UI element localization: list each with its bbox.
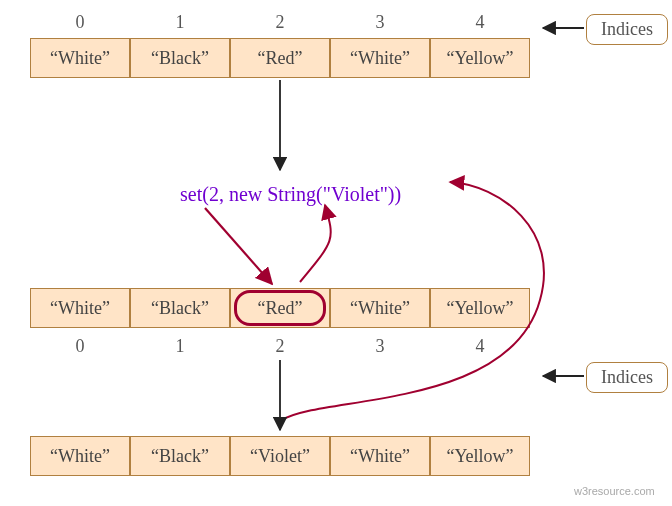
array-cell-value: “Yellow” bbox=[442, 446, 517, 467]
array-cell-value: “Red” bbox=[254, 48, 307, 69]
array-row-1: “White” “Black” “Red” “White” “Yellow” bbox=[30, 38, 530, 78]
arrow-return-small bbox=[300, 205, 331, 282]
index-label: 0 bbox=[30, 12, 130, 33]
index-label: 4 bbox=[430, 12, 530, 33]
array-cell-value: “Violet” bbox=[246, 446, 314, 467]
array-cell-value: “Yellow” bbox=[442, 48, 517, 69]
array-cell: “Red” bbox=[230, 38, 330, 78]
index-label: 3 bbox=[330, 12, 430, 33]
index-label: 2 bbox=[230, 336, 330, 357]
array-cell-value: “White” bbox=[46, 298, 114, 319]
array-cell: “Yellow” bbox=[430, 288, 530, 328]
index-label: 1 bbox=[130, 12, 230, 33]
array-cell: “Black” bbox=[130, 288, 230, 328]
code-expression: set(2, new String("Violet")) bbox=[180, 183, 401, 206]
index-row-middle: 0 1 2 3 4 bbox=[30, 336, 530, 357]
index-label: 0 bbox=[30, 336, 130, 357]
array-cell-value: “White” bbox=[346, 298, 414, 319]
array-cell: “Yellow” bbox=[430, 436, 530, 476]
array-cell-value: “Black” bbox=[147, 298, 213, 319]
array-cell: “White” bbox=[330, 288, 430, 328]
array-cell: “Violet” bbox=[230, 436, 330, 476]
index-label: 4 bbox=[430, 336, 530, 357]
array-cell: “White” bbox=[30, 38, 130, 78]
index-label: 3 bbox=[330, 336, 430, 357]
indices-label-pill: Indices bbox=[586, 362, 668, 393]
index-row-top: 0 1 2 3 4 bbox=[30, 12, 530, 33]
indices-label-pill: Indices bbox=[586, 14, 668, 45]
index-label: 2 bbox=[230, 12, 330, 33]
diagram-canvas: 0 1 2 3 4 “White” “Black” “Red” “White” … bbox=[0, 0, 672, 506]
array-cell: “White” bbox=[330, 436, 430, 476]
array-cell-value: “White” bbox=[346, 48, 414, 69]
array-cell-value: “White” bbox=[46, 446, 114, 467]
arrow-set-into-cell bbox=[205, 208, 272, 284]
highlight-ring bbox=[234, 290, 326, 326]
watermark: w3resource.com bbox=[574, 485, 655, 497]
array-cell: “Black” bbox=[130, 38, 230, 78]
array-cell: “White” bbox=[30, 288, 130, 328]
array-row-3: “White” “Black” “Violet” “White” “Yellow… bbox=[30, 436, 530, 476]
array-cell-value: “Black” bbox=[147, 446, 213, 467]
array-cell: “Yellow” bbox=[430, 38, 530, 78]
array-cell-value: “White” bbox=[346, 446, 414, 467]
array-cell-value: “Black” bbox=[147, 48, 213, 69]
array-cell-value: “Yellow” bbox=[442, 298, 517, 319]
array-cell: “White” bbox=[330, 38, 430, 78]
array-cell: “White” bbox=[30, 436, 130, 476]
array-cell: “Black” bbox=[130, 436, 230, 476]
array-cell-value: “White” bbox=[46, 48, 114, 69]
index-label: 1 bbox=[130, 336, 230, 357]
